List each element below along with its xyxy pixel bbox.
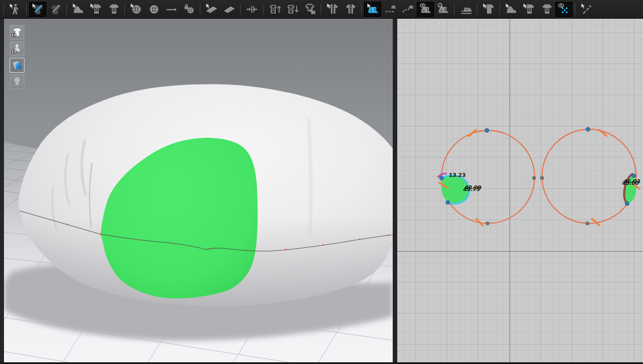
pattern-2d-button[interactable] [537,2,555,17]
select-garment-button[interactable] [480,2,497,17]
grid-major [397,19,643,364]
fold-wedge-icon [222,2,236,16]
toolbar-separator [1,2,6,17]
toolbar-separator [497,2,502,17]
drag-fabric-button[interactable] [69,2,87,17]
toolbar-separator [318,2,323,17]
simulate-button[interactable] [6,2,24,17]
show-points-button[interactable] [555,2,573,17]
zipper-button[interactable] [341,2,359,17]
garment-tape-icon [326,2,339,16]
fabric-drape-icon [72,2,85,16]
avatar-display-button[interactable] [10,74,24,89]
show-avatar-button[interactable] [10,41,24,56]
person-icon [9,2,22,16]
attach-button-button[interactable] [180,2,197,17]
reset-arrangement-button[interactable] [301,2,318,17]
scene-3d [4,19,393,364]
garment-drop-box-icon [303,2,317,16]
measurement-label-overlap: 46.03 [624,178,640,184]
toolbar-separator [197,2,203,17]
toolbar-separator [260,2,266,17]
free-sewing-button[interactable] [399,2,417,17]
garment-arrow-up-icon [268,2,281,16]
panel-divider[interactable] [393,19,397,364]
select-pattern-3d-button[interactable] [87,2,104,17]
garment-tape-icon [343,2,357,16]
toolbar-separator [474,2,480,17]
display-toggles [10,25,24,89]
eye-points-icon [557,2,571,16]
eye-sewing-machine-icon [419,2,432,16]
toolbar-separator [24,2,29,17]
toolbar-separator [573,2,578,17]
fabric-drape-icon [505,2,518,16]
select-zipper-button[interactable] [323,2,341,17]
free-sewing-icon [401,2,415,16]
fold-wedge-icon [205,2,218,16]
shirt-icon [482,2,495,16]
show-pattern-button[interactable] [10,58,24,73]
pattern-page-icon [11,59,23,71]
button-icon [129,2,143,16]
toolbar-separator [238,2,243,17]
avatar-head-icon [11,75,23,88]
garment-mesh-icon [107,2,120,16]
toolbar-separator [64,2,69,17]
show-sewing-button[interactable] [417,2,434,17]
garment-arrow-down-icon [285,2,299,16]
buttonhole-button[interactable] [162,2,180,17]
segment-sewing-button[interactable] [381,2,399,17]
show-garment-button[interactable] [10,25,24,40]
fold-arrangement-button[interactable] [220,2,238,17]
pin-button[interactable] [47,2,64,17]
segment-sewing-icon [384,2,397,16]
pattern-3d-button[interactable] [104,2,122,17]
pin-select-button[interactable] [29,2,47,17]
select-pattern-2d-button[interactable] [520,2,537,17]
sewing-machine-icon [366,2,380,16]
lift-garment-button[interactable] [266,2,283,17]
garment-needle-icon [31,2,45,16]
toolbar-separator [359,2,364,17]
fold-arrangement-select-button[interactable] [203,2,220,17]
inspect-sewing-button[interactable] [434,2,452,17]
drop-garment-button[interactable] [283,2,301,17]
button-icon [147,2,161,16]
main-toolbar [0,0,643,19]
workspace: 13.23 43.75 48.09 45.00 46.03 [0,19,643,364]
pin-inward-arrows-icon [245,2,259,16]
select-button-tool[interactable] [127,2,145,17]
garment-pin-icon [49,2,62,16]
pattern-canvas: 13.23 43.75 48.09 45.00 46.03 [397,19,643,364]
lock-button-icon [182,2,196,16]
iron-button[interactable] [457,2,474,17]
edit-texture-button[interactable] [502,2,520,17]
avatar-visibility-icon [11,43,23,55]
viewport-3d[interactable] [4,19,393,364]
edit-curve-point-button[interactable] [578,2,595,17]
measurement-label: 13.23 [449,172,465,178]
garment-visibility-icon [11,26,23,39]
garment-mesh-icon [540,2,553,16]
garment-mesh-icon [522,2,536,16]
edit-sewing-button[interactable] [364,2,381,17]
needle-pen-icon [580,2,594,16]
toolbar-separator [452,2,457,17]
tack-button[interactable] [243,2,260,17]
garment-mesh-icon [89,2,103,16]
left-window-edge [0,19,4,364]
iron-icon [459,2,473,16]
viewport-2d[interactable]: 13.23 43.75 48.09 45.00 46.03 [397,19,643,364]
magnifier-sewing-machine-icon [436,2,450,16]
add-button-tool[interactable] [145,2,162,17]
stitch-line-icon [165,2,178,16]
measurement-label-overlap: 48.09 [465,184,481,191]
toolbar-separator [122,2,127,17]
